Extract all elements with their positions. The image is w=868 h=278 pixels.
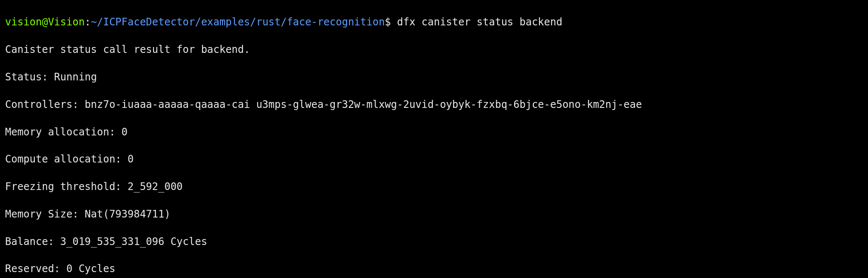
command-text: dfx canister status backend [397, 16, 562, 28]
output-line: Controllers: bnz7o-iuaaa-aaaaa-qaaaa-cai… [5, 98, 863, 111]
terminal[interactable]: vision@Vision:~/ICPFaceDetector/examples… [0, 0, 868, 278]
output-line: Balance: 3_019_535_331_096 Cycles [5, 235, 863, 248]
output-line: Memory Size: Nat(793984711) [5, 207, 863, 221]
output-line: Memory allocation: 0 [5, 125, 863, 139]
output-line: Compute allocation: 0 [5, 152, 863, 166]
prompt-dollar: $ [385, 16, 391, 28]
output-line: Status: Running [5, 70, 863, 84]
prompt-path: ~/ICPFaceDetector/examples/rust/face-rec… [91, 16, 385, 28]
output-line: Freezing threshold: 2_592_000 [5, 180, 863, 193]
output-line: Reserved: 0 Cycles [5, 262, 863, 275]
prompt-line: vision@Vision:~/ICPFaceDetector/examples… [5, 15, 863, 29]
prompt-user-host: vision@Vision [5, 16, 85, 28]
prompt-colon: : [85, 16, 91, 28]
output-line: Canister status call result for backend. [5, 43, 863, 56]
